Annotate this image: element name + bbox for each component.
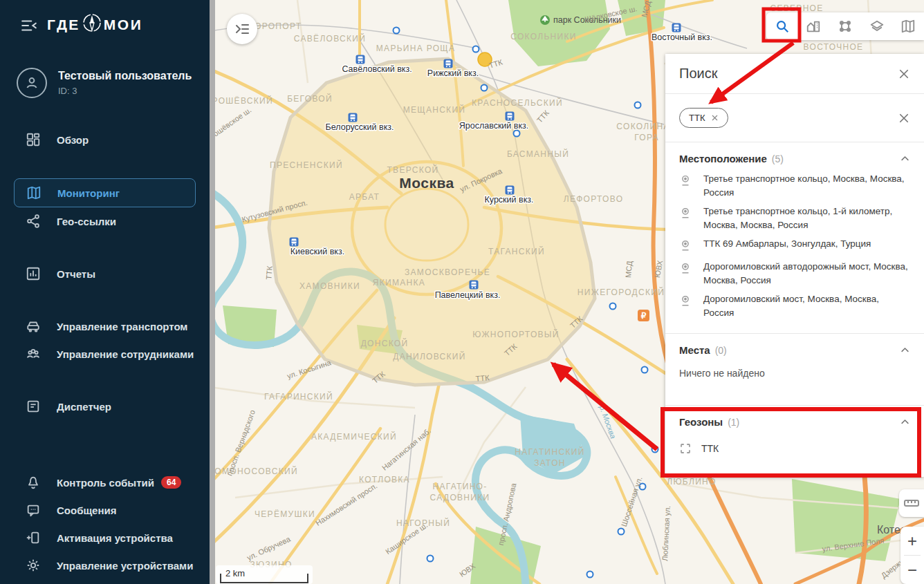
report-icon (25, 265, 41, 282)
toolbar-polygon-icon[interactable] (829, 12, 861, 40)
dispatcher-icon (25, 398, 41, 415)
search-panel: Поиск ТТК Местоположение (5) Третье тр (665, 54, 924, 477)
places-empty-text: Ничего не найдено (665, 362, 924, 404)
zoom-out-button[interactable]: − (900, 556, 924, 584)
station-label: Белорусский вкз. (326, 122, 394, 132)
sidebar-item-активация-устройства[interactable]: Активация устройства (0, 524, 210, 552)
people-icon (25, 346, 41, 362)
sidebar-item-сообщения[interactable]: Сообщения (0, 496, 210, 524)
section-geozones-header: Геозоны (1) (665, 405, 924, 434)
sidebar-item-label: Обзор (57, 134, 89, 146)
location-result-item[interactable]: Третье транспортное кольцо, Москва, Моск… (679, 172, 910, 200)
chat-icon (25, 502, 41, 518)
sidebar-item-обзор[interactable]: Обзор (0, 126, 210, 153)
chip-remove-icon[interactable] (711, 114, 719, 122)
sidebar-item-отчеты[interactable]: Отчеты (0, 260, 210, 288)
map-scale-bar: 2 km (216, 565, 313, 584)
transit-node-dot (652, 446, 658, 453)
location-result-item[interactable]: Дорогомиловский мост, Москва, Москва, Ро… (679, 292, 910, 320)
train-station-icon (290, 238, 299, 247)
location-count: (5) (772, 153, 900, 164)
share-icon (25, 213, 41, 229)
transit-node-dot (610, 303, 616, 310)
pin-drop-icon (679, 172, 696, 200)
transit-node-dot (642, 367, 648, 373)
section-location-header: Местоположение (5) (665, 142, 924, 171)
map-label: ДОНСКОЙ (361, 338, 409, 348)
station-label: Курский вкз. (485, 195, 534, 205)
station-label: Ярославский вкз. (459, 121, 529, 131)
map-label: ЗАМОСКВОРЕЧЬЕ (405, 267, 490, 277)
map-label: ЛЕФОРТОВО (564, 194, 624, 204)
geozones-list: ТТК (665, 434, 924, 467)
logo-text-left: ГДЕ (47, 17, 80, 33)
map-label: НИЖЕГОРОДСКИЙ (578, 287, 665, 297)
chevron-up-icon[interactable] (900, 153, 910, 164)
map-label: ДАНИЛОВСКИЙ (393, 351, 465, 361)
location-result-item[interactable]: ТТК 69 Амбарлары, Зонгулдак, Турция (679, 237, 910, 255)
train-station-icon (470, 281, 479, 290)
map-label: ПРЕСНЕНСКИЙ (270, 160, 343, 170)
transit-node-dot (427, 556, 434, 562)
map-label: МСД (624, 260, 634, 278)
sidebar-item-label: Управление транспортом (57, 321, 187, 332)
map-label: ЧЕРЁМУШКИ (255, 509, 315, 519)
map-label: ЛЮБЛИНО (667, 477, 716, 487)
map-label: БЕГОВОЙ (287, 93, 333, 104)
map-scrollbar-gutter[interactable] (210, 0, 215, 584)
sidebar-item-label: Диспетчер (57, 401, 111, 413)
geozone-item[interactable]: ТТК (665, 434, 924, 467)
sidebar-item-гео-ссылки[interactable]: Гео-ссылки (0, 207, 210, 235)
measure-ruler-button[interactable] (899, 489, 924, 517)
train-station-icon (356, 55, 365, 64)
map-label: НАГАТИНСКИЙ (515, 446, 584, 457)
toolbar-building-icon[interactable] (798, 12, 830, 40)
chip-label: ТТК (689, 113, 705, 123)
map-label: ВОСТОЧНОЕ (804, 42, 864, 52)
clear-search-icon[interactable] (898, 112, 910, 124)
sidebar-item-управление-транспортом[interactable]: Управление транспортом (0, 312, 210, 340)
sidebar-collapse-icon[interactable] (19, 17, 39, 35)
sidebar-item-диспетчер[interactable]: Диспетчер (0, 393, 210, 420)
map-label: НАГАТИНО- (432, 482, 487, 491)
sidebar-item-label: Отчеты (57, 268, 95, 280)
user-name: Тестовый пользователь (58, 70, 192, 82)
avatar (17, 68, 47, 98)
toolbar-search-icon[interactable] (766, 12, 798, 40)
bell-icon (25, 474, 41, 491)
chevron-up-icon[interactable] (900, 417, 910, 427)
map-label: МАРЬИНА РОЩА (376, 44, 455, 53)
chevron-up-icon[interactable] (900, 345, 910, 355)
location-result-item[interactable]: Дорогомиловский автодорожный мост, Москв… (679, 260, 910, 288)
map-panel-toggle-button[interactable] (227, 14, 257, 44)
transit-node-dot (473, 46, 479, 53)
toolbar-layers-icon[interactable] (861, 12, 893, 40)
sidebar-item-управление-сотрудниками[interactable]: Управление сотрудниками (0, 340, 210, 368)
train-station-icon (672, 23, 681, 32)
map-label: ТТК (475, 373, 490, 383)
location-result-item[interactable]: Третье транспортное кольцо, 1-й километр… (679, 205, 910, 232)
station-label: Павелецкий вкз. (435, 290, 501, 300)
close-icon[interactable] (898, 68, 910, 80)
user-id: ID: 3 (58, 86, 192, 96)
pin-drop-icon (679, 205, 696, 232)
transit-node-dot (587, 572, 593, 578)
zoom-in-button[interactable]: + (900, 527, 924, 555)
user-block[interactable]: Тестовый пользователь ID: 3 (17, 68, 192, 98)
map-label: САДОВНИКИ (430, 493, 490, 502)
sidebar-item-контроль-событий[interactable]: Контроль событий64 (0, 469, 210, 496)
app-window: ₽ МоскваАЭРОПОРТСАВЁЛОВСКИЙМАРЬИНА РОЩАС… (0, 0, 924, 584)
search-query-chip[interactable]: ТТК (679, 108, 728, 128)
sidebar-item-управление-устройствами[interactable]: Управление устройствами (0, 552, 210, 579)
sidebar-item-label: Контроль событий (57, 477, 154, 489)
transit-node-dot (481, 85, 488, 91)
crop-free-icon (679, 442, 692, 455)
location-result-text: Третье транспортное кольцо, 1-й километр… (703, 205, 910, 232)
sidebar-item-label: Активация устройства (57, 532, 173, 544)
sidebar-item-label: Гео-ссылки (57, 216, 116, 227)
map-label: АРБАТ (349, 192, 380, 202)
svg-text:₽: ₽ (641, 311, 647, 321)
transit-node-dot (635, 102, 641, 109)
sidebar-item-мониторинг[interactable]: Мониторинг (14, 178, 196, 207)
toolbar-map-icon[interactable] (892, 12, 924, 40)
